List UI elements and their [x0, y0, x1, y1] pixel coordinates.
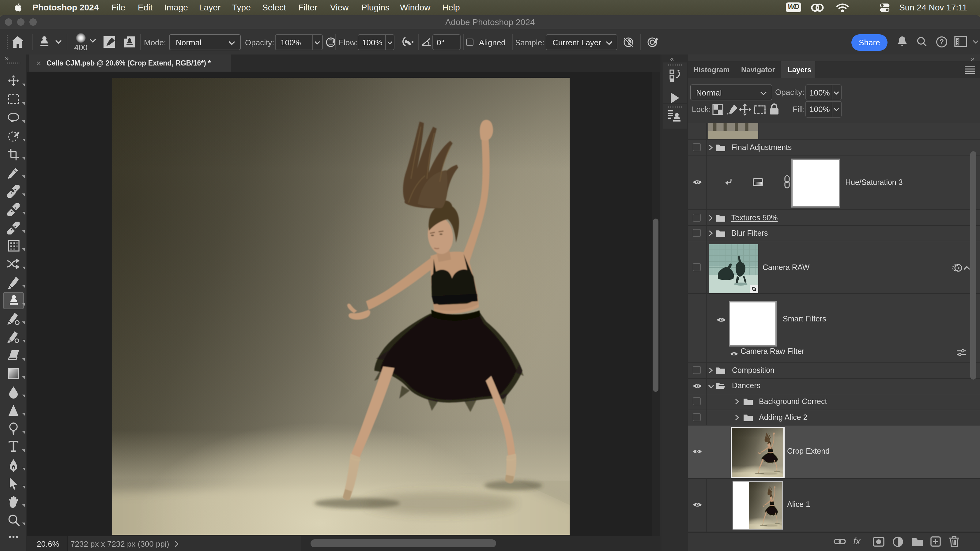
svg-text:?: ? — [940, 38, 944, 46]
